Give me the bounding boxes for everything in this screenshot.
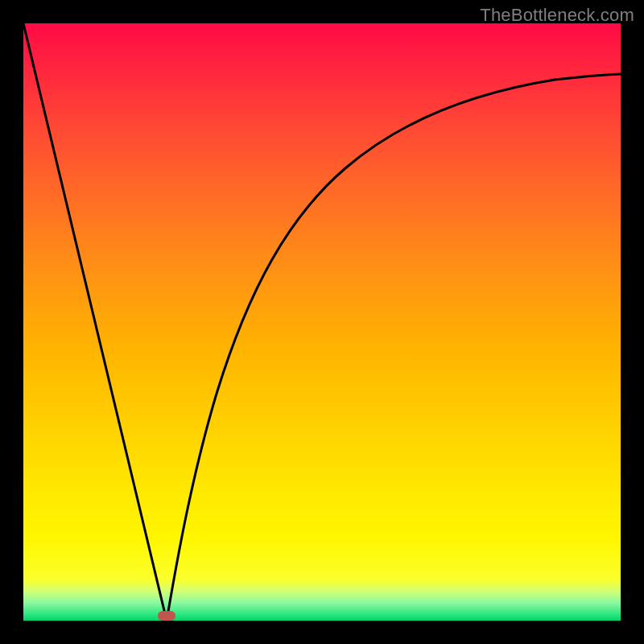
watermark-text: TheBottleneck.com	[480, 5, 634, 26]
curve-left-branch	[23, 23, 167, 621]
minimum-marker	[158, 611, 175, 621]
chart-plot-area	[23, 23, 621, 621]
curve-right-branch	[167, 74, 621, 621]
chart-curve	[23, 23, 621, 621]
